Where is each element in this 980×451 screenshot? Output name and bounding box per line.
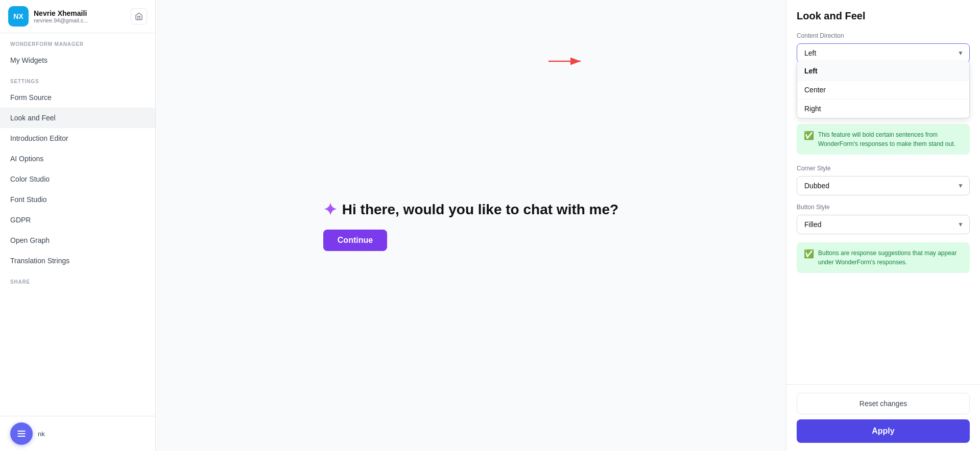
sidebar-item-form-source[interactable]: Form Source: [0, 87, 155, 108]
main-preview: ✦ Hi there, would you like to chat with …: [156, 0, 786, 451]
reset-button[interactable]: Reset changes: [797, 393, 970, 414]
sidebar-item-look-and-feel[interactable]: Look and Feel: [0, 108, 155, 128]
red-arrow-indicator: [546, 54, 587, 71]
continue-button[interactable]: Continue: [323, 230, 387, 251]
sidebar-item-gdpr[interactable]: GDPR: [0, 210, 155, 230]
chat-preview: ✦ Hi there, would you like to chat with …: [323, 200, 618, 251]
dropdown-option-right[interactable]: Right: [797, 99, 969, 118]
greeting-text: Hi there, would you like to chat with me…: [342, 202, 618, 218]
sidebar-item-introduction-editor[interactable]: Introduction Editor: [0, 128, 155, 148]
bold-info-box: ✅ This feature will bold certain sentenc…: [797, 124, 970, 155]
buttons-info-text: Buttons are response suggestions that ma…: [818, 248, 963, 267]
button-style-wrapper: Filled Outlined Ghost ▼: [797, 215, 970, 234]
dropdown-option-left[interactable]: Left: [797, 62, 969, 80]
corner-style-wrapper: Dubbed Rounded Sharp ▼: [797, 176, 970, 195]
sidebar-item-my-widgets[interactable]: My Widgets: [0, 50, 155, 70]
dropdown-option-center[interactable]: Center: [797, 80, 969, 99]
check-circle-icon-2: ✅: [804, 249, 814, 267]
manager-section-label: WONDERFORM MANAGER: [0, 33, 155, 50]
sidebar-nav: WONDERFORM MANAGER My Widgets SETTINGS F…: [0, 33, 155, 451]
content-direction-wrapper: Left Center Right ▼ Left Center Right: [797, 43, 970, 63]
user-name: Nevrie Xhemaili: [34, 9, 126, 17]
sidebar-item-font-studio[interactable]: Font Studio: [0, 189, 155, 210]
content-direction-select[interactable]: Left Center Right: [797, 43, 970, 63]
button-style-select[interactable]: Filled Outlined Ghost: [797, 215, 970, 234]
check-circle-icon: ✅: [804, 131, 814, 148]
user-email: nevriee.94@gmail.c...: [34, 17, 115, 23]
sidebar: NX Nevrie Xhemaili nevriee.94@gmail.c...…: [0, 0, 156, 451]
right-panel: Look and Feel Content Direction Left Cen…: [786, 0, 980, 451]
settings-section-label: SETTINGS: [0, 70, 155, 87]
sidebar-item-open-graph[interactable]: Open Graph: [0, 230, 155, 250]
content-direction-dropdown: Left Center Right: [797, 62, 970, 118]
apply-button[interactable]: Apply: [797, 419, 970, 443]
sidebar-item-ai-options[interactable]: AI Options: [0, 148, 155, 169]
user-info: Nevrie Xhemaili nevriee.94@gmail.c...: [34, 9, 126, 23]
menu-fab-button[interactable]: [10, 422, 33, 445]
panel-title: Look and Feel: [797, 10, 970, 22]
bold-info-text: This feature will bold certain sentences…: [818, 130, 963, 148]
share-section-label: SHARE: [0, 271, 155, 288]
sidebar-item-translation-strings[interactable]: Translation Strings: [0, 250, 155, 271]
sparkle-icon: ✦: [323, 200, 337, 219]
chat-greeting: ✦ Hi there, would you like to chat with …: [323, 200, 618, 219]
share-link-text: nk: [38, 430, 45, 438]
corner-style-label: Corner Style: [797, 165, 970, 172]
avatar: NX: [8, 6, 29, 27]
content-direction-label: Content Direction: [797, 32, 970, 39]
button-style-label: Button Style: [797, 204, 970, 211]
corner-style-select[interactable]: Dubbed Rounded Sharp: [797, 176, 970, 195]
sidebar-item-color-studio[interactable]: Color Studio: [0, 169, 155, 189]
panel-footer: Reset changes Apply: [786, 384, 980, 451]
home-button[interactable]: [131, 8, 147, 24]
buttons-info-box: ✅ Buttons are response suggestions that …: [797, 242, 970, 273]
sidebar-bottom: nk: [0, 416, 156, 451]
right-panel-content: Look and Feel Content Direction Left Cen…: [786, 0, 980, 384]
sidebar-header: NX Nevrie Xhemaili nevriee.94@gmail.c...: [0, 0, 155, 33]
